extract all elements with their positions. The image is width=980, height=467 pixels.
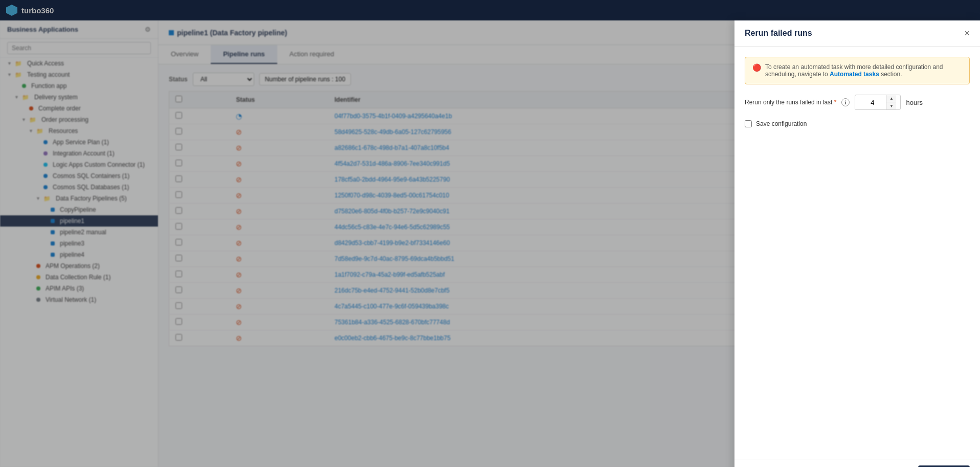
- hours-input[interactable]: [855, 96, 886, 109]
- automated-tasks-link[interactable]: Automated tasks: [830, 71, 879, 78]
- modal-body: 🔴 To create an automated task with more …: [734, 47, 980, 459]
- decrement-button[interactable]: ▼: [886, 102, 896, 109]
- save-config-label: Save configuration: [756, 120, 807, 127]
- warning-icon: 🔴: [752, 63, 761, 78]
- modal-header: Rerun failed runs ×: [734, 20, 980, 47]
- info-banner: 🔴 To create an automated task with more …: [745, 57, 970, 84]
- info-banner-text: To create an automated task with more de…: [765, 63, 962, 78]
- number-spinners: ▲ ▼: [886, 95, 896, 109]
- hours-input-wrap: ▲ ▼: [855, 95, 901, 110]
- required-marker: *: [834, 99, 837, 106]
- modal-footer: ▶ Run task: [734, 459, 980, 467]
- rerun-form-row: Rerun only the runs failed in last * ℹ ▲…: [745, 95, 970, 110]
- tooltip-icon[interactable]: ℹ: [841, 98, 850, 106]
- hours-label: hours: [906, 99, 923, 106]
- increment-button[interactable]: ▲: [886, 95, 896, 102]
- save-config-row: Save configuration: [745, 120, 970, 127]
- rerun-label: Rerun only the runs failed in last *: [745, 99, 836, 106]
- info-text-after: section.: [881, 71, 902, 78]
- modal-panel: Rerun failed runs × 🔴 To create an autom…: [734, 20, 980, 467]
- modal-title: Rerun failed runs: [745, 29, 812, 38]
- save-config-checkbox[interactable]: [745, 120, 752, 127]
- modal-overlay: Rerun failed runs × 🔴 To create an autom…: [0, 0, 980, 467]
- modal-close-button[interactable]: ×: [964, 29, 970, 38]
